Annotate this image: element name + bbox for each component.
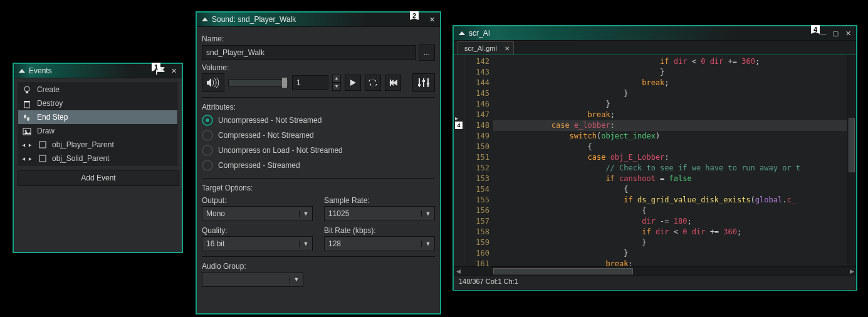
gutter: ▸ 4 bbox=[454, 55, 464, 266]
radio-icon bbox=[202, 145, 213, 156]
event-label: End Step bbox=[37, 113, 68, 122]
line-numbers: 1421431441451461471481491501511521531541… bbox=[464, 55, 493, 266]
collide-icon bbox=[22, 153, 32, 164]
trash-icon bbox=[22, 98, 32, 108]
speaker-icon bbox=[202, 73, 224, 92]
svg-rect-3 bbox=[24, 101, 30, 102]
file-tabbar: scr_AI.gml ✕ bbox=[454, 41, 856, 55]
event-item[interactable]: obj_Player_Parent bbox=[18, 138, 177, 152]
event-label: obj_Solid_Parent bbox=[52, 154, 109, 163]
attribute-label: Compressed - Not Streamed bbox=[218, 131, 314, 140]
svg-rect-12 bbox=[427, 83, 429, 85]
volume-label: Volume: bbox=[202, 63, 435, 72]
event-item[interactable]: End Step bbox=[18, 110, 177, 124]
svg-rect-1 bbox=[26, 91, 28, 93]
bitrate-select[interactable]: 128▼ bbox=[324, 236, 435, 251]
svg-rect-2 bbox=[24, 102, 29, 108]
events-list: CreateDestroyEnd StepDrawobj_Player_Pare… bbox=[18, 82, 178, 166]
current-line-highlight bbox=[493, 120, 856, 131]
audio-group-label: Audio Group: bbox=[202, 262, 435, 271]
attribute-label: Uncompress on Load - Not Streamed bbox=[218, 146, 343, 155]
status-bar: 148/367 Col:1 Ch:1 bbox=[454, 276, 856, 290]
quality-label: Quality: bbox=[202, 226, 313, 235]
svg-rect-8 bbox=[39, 142, 46, 148]
close-button[interactable]: ✕ bbox=[426, 14, 437, 24]
file-tab-label: scr_AI.gml bbox=[464, 44, 497, 52]
sound-titlebar[interactable]: Sound: snd_Player_Walk 2 ✕ bbox=[197, 13, 440, 27]
event-label: Create bbox=[37, 85, 60, 94]
output-label: Output: bbox=[202, 196, 313, 205]
bookmark-icon: 4 bbox=[455, 122, 463, 129]
name-label: Name: bbox=[202, 34, 435, 43]
quality-select[interactable]: 16 bit▼ bbox=[202, 236, 313, 251]
svg-rect-11 bbox=[422, 80, 425, 82]
execution-marker-icon: ▸ bbox=[455, 115, 458, 122]
svg-point-4 bbox=[24, 115, 26, 118]
bulb-icon bbox=[22, 85, 32, 95]
sample-rate-select[interactable]: 11025▼ bbox=[324, 206, 435, 221]
sample-rate-label: Sample Rate: bbox=[324, 196, 435, 205]
svg-point-5 bbox=[27, 117, 29, 121]
attribute-option[interactable]: Uncompressed - Not Streamed bbox=[202, 113, 435, 128]
svg-rect-9 bbox=[39, 155, 46, 162]
event-label: Draw bbox=[37, 127, 55, 135]
event-item[interactable]: Create bbox=[18, 83, 177, 96]
image-icon bbox=[22, 126, 32, 136]
event-item[interactable]: Draw bbox=[18, 124, 177, 138]
collapse-icon bbox=[459, 31, 465, 35]
attribute-label: Compressed - Streamed bbox=[218, 161, 300, 170]
sound-title: Sound: snd_Player_Walk bbox=[212, 15, 425, 24]
add-event-button[interactable]: Add Event bbox=[18, 170, 179, 186]
svg-point-0 bbox=[24, 86, 29, 91]
attributes-label: Attributes: bbox=[202, 103, 435, 112]
event-label: obj_Player_Parent bbox=[52, 140, 114, 149]
collide-icon bbox=[22, 140, 32, 150]
attribute-label: Uncompressed - Not Streamed bbox=[218, 116, 322, 125]
svg-rect-10 bbox=[418, 84, 421, 86]
code-editor[interactable]: if dir < 0 dir += 360; } break; } } brea… bbox=[493, 55, 856, 266]
event-item[interactable]: obj_Solid_Parent bbox=[18, 152, 177, 165]
script-titlebar[interactable]: scr_AI 4 — ▢ ✕ bbox=[454, 26, 856, 41]
file-tab[interactable]: scr_AI.gml ✕ bbox=[458, 41, 514, 55]
vertical-scrollbar[interactable] bbox=[847, 55, 856, 266]
volume-slider[interactable] bbox=[228, 79, 288, 86]
file-tab-close-icon[interactable]: ✕ bbox=[505, 45, 510, 52]
steps-icon bbox=[22, 112, 32, 122]
radio-icon bbox=[202, 160, 213, 171]
object-icon bbox=[38, 154, 47, 163]
browse-button[interactable]: ... bbox=[419, 44, 435, 61]
close-button[interactable]: ✕ bbox=[168, 66, 179, 76]
play-button[interactable] bbox=[345, 75, 361, 91]
sound-window: Sound: snd_Player_Walk 2 ✕ Name: snd_Pla… bbox=[196, 11, 441, 314]
collapse-icon bbox=[202, 18, 208, 21]
rewind-button[interactable] bbox=[385, 75, 401, 91]
event-label: Destroy bbox=[37, 99, 63, 108]
sound-name-input[interactable]: snd_Player_Walk bbox=[202, 45, 416, 60]
script-window: scr_AI 4 — ▢ ✕ scr_AI.gml ✕ ▸ 4 14214314… bbox=[452, 25, 857, 291]
bitrate-label: Bit Rate (kbps): bbox=[324, 226, 435, 235]
output-select[interactable]: Mono▼ bbox=[202, 206, 313, 221]
loop-button[interactable] bbox=[365, 75, 381, 91]
horizontal-scrollbar[interactable]: ◀▶ bbox=[454, 266, 856, 276]
target-options-label: Target Options: bbox=[202, 184, 435, 192]
attribute-option[interactable]: Compressed - Streamed bbox=[202, 158, 435, 173]
close-button[interactable]: ✕ bbox=[842, 28, 854, 38]
volume-value-input[interactable]: 1 bbox=[292, 75, 328, 90]
events-window: Events 1 ✕ CreateDestroyEnd StepDrawobj_… bbox=[13, 63, 183, 253]
radio-icon bbox=[202, 130, 213, 141]
object-icon bbox=[38, 140, 47, 149]
event-item[interactable]: Destroy bbox=[18, 96, 177, 110]
events-title: Events bbox=[29, 66, 155, 75]
radio-icon bbox=[202, 115, 213, 126]
collapse-icon bbox=[19, 69, 25, 73]
events-titlebar[interactable]: Events 1 ✕ bbox=[14, 64, 182, 78]
audio-group-select[interactable]: ▼ bbox=[202, 272, 303, 287]
mixer-button[interactable] bbox=[412, 73, 435, 92]
attribute-option[interactable]: Uncompress on Load - Not Streamed bbox=[202, 143, 435, 158]
volume-spinner[interactable]: ▲▼ bbox=[332, 75, 341, 91]
attribute-option[interactable]: Compressed - Not Streamed bbox=[202, 128, 435, 143]
maximize-button[interactable]: ▢ bbox=[830, 28, 841, 38]
script-title: scr_AI bbox=[469, 29, 816, 38]
